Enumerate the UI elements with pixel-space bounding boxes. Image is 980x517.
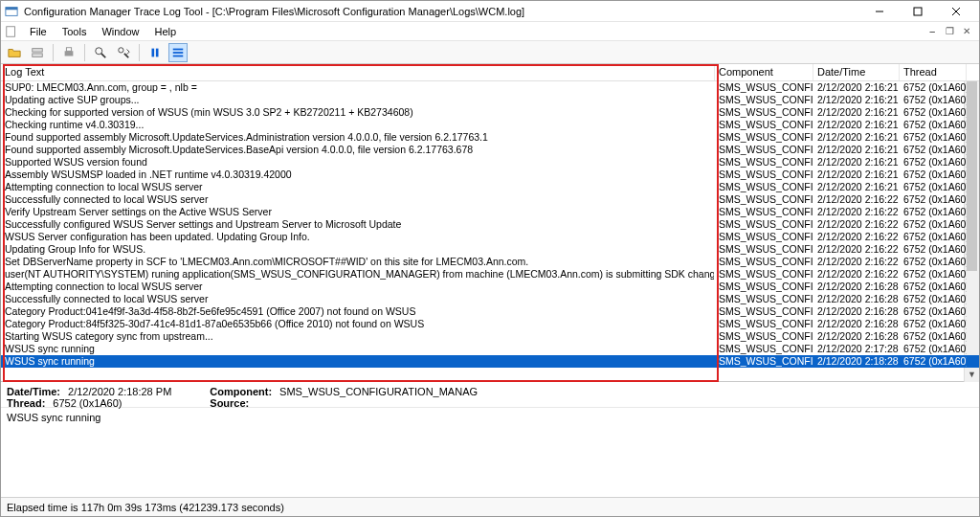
- mdi-close-button[interactable]: ✕: [960, 24, 973, 37]
- log-row[interactable]: Found supported assembly Microsoft.Updat…: [1, 131, 979, 144]
- doc-icon: [5, 25, 18, 38]
- log-row[interactable]: Category Product:041e4f9f-3a3d-4f58-8b2f…: [1, 305, 979, 318]
- detail-datetime: 2/12/2020 2:18:28 PM: [68, 386, 171, 397]
- datetime-cell: 2/12/2020 2:16:28 PM: [813, 318, 900, 330]
- close-button[interactable]: [937, 1, 975, 22]
- minimize-button[interactable]: [860, 1, 899, 22]
- title-bar: Configuration Manager Trace Log Tool - […: [1, 1, 979, 22]
- svg-rect-18: [173, 55, 184, 56]
- thread-cell: 6752 (0x1A60): [900, 181, 967, 193]
- grid-header: Log Text Component Date/Time Thread: [1, 64, 979, 81]
- thread-cell: 6752 (0x1A60): [900, 330, 967, 343]
- component-cell: SMS_WSUS_CONFIGURATIO: [715, 231, 813, 243]
- log-row[interactable]: Checking runtime v4.0.30319...SMS_WSUS_C…: [1, 119, 979, 131]
- mdi-controls: ‒ ❐ ✕: [925, 24, 973, 37]
- thread-cell: 6752 (0x1A60): [900, 193, 967, 206]
- open-file-icon[interactable]: [5, 43, 24, 62]
- thread-cell: 6752 (0x1A60): [900, 156, 967, 169]
- thread-cell: 6752 (0x1A60): [900, 81, 967, 94]
- component-cell: SMS_WSUS_CONFIGURATIO: [715, 131, 813, 144]
- component-cell: SMS_WSUS_CONFIGURATIO: [715, 169, 813, 181]
- log-text-cell: WSUS Server configuration has been updat…: [1, 231, 715, 243]
- log-row[interactable]: Checking for supported version of WSUS (…: [1, 106, 979, 119]
- svg-rect-10: [66, 47, 71, 51]
- status-bar: Elapsed time is 117h 0m 39s 173ms (42123…: [1, 497, 979, 516]
- grid-body[interactable]: SUP0: LMECM03.Ann.com, group = , nlb =SM…: [1, 81, 979, 380]
- thread-cell: 6752 (0x1A60): [900, 218, 967, 231]
- log-row[interactable]: Found supported assembly Microsoft.Updat…: [1, 144, 979, 156]
- log-row[interactable]: Attempting connection to local WSUS serv…: [1, 281, 979, 293]
- datetime-cell: 2/12/2020 2:16:28 PM: [813, 293, 900, 305]
- detail-thread: 6752 (0x1A60): [53, 397, 122, 409]
- component-cell: SMS_WSUS_CONFIGURATIO: [715, 256, 813, 268]
- log-row[interactable]: Updating Group Info for WSUS.SMS_WSUS_CO…: [1, 243, 979, 256]
- window-title: Configuration Manager Trace Log Tool - […: [24, 6, 860, 17]
- col-header-component[interactable]: Component: [715, 64, 813, 80]
- thread-cell: 6752 (0x1A60): [900, 106, 967, 119]
- component-cell: SMS_WSUS_CONFIGURATIO: [715, 106, 813, 119]
- svg-rect-7: [33, 48, 43, 52]
- datetime-cell: 2/12/2020 2:16:28 PM: [813, 305, 900, 318]
- log-row[interactable]: Supported WSUS version foundSMS_WSUS_CON…: [1, 156, 979, 169]
- log-row[interactable]: Category Product:84f5f325-30d7-41c4-81d1…: [1, 318, 979, 330]
- pause-icon[interactable]: [145, 43, 165, 62]
- thread-cell: 6752 (0x1A60): [900, 343, 967, 355]
- print-icon[interactable]: [59, 43, 78, 62]
- log-row[interactable]: Assembly WSUSMSP loaded in .NET runtime …: [1, 169, 979, 181]
- find-next-icon[interactable]: [114, 43, 133, 62]
- datetime-cell: 2/12/2020 2:16:28 PM: [813, 281, 900, 293]
- col-header-thread[interactable]: Thread: [900, 64, 967, 80]
- log-text-cell: WSUS sync running: [1, 355, 715, 368]
- log-text-cell: SUP0: LMECM03.Ann.com, group = , nlb =: [1, 81, 715, 94]
- find-icon[interactable]: [91, 43, 110, 62]
- log-row[interactable]: Attempting connection to local WSUS serv…: [1, 181, 979, 193]
- datetime-cell: 2/12/2020 2:16:21 PM: [813, 119, 900, 131]
- log-text-cell: Verify Upstream Server settings on the A…: [1, 206, 715, 218]
- menu-bar: File Tools Window Help: [1, 22, 979, 41]
- log-row[interactable]: Verify Upstream Server settings on the A…: [1, 206, 979, 218]
- log-text-cell: Checking runtime v4.0.30319...: [1, 119, 715, 131]
- datetime-cell: 2/12/2020 2:16:22 PM: [813, 206, 900, 218]
- log-text-cell: Successfully connected to local WSUS ser…: [1, 293, 715, 305]
- detail-thread-label: Thread:: [7, 397, 45, 409]
- log-row[interactable]: Successfully configured WSUS Server sett…: [1, 218, 979, 231]
- log-row[interactable]: Updating active SUP groups...SMS_WSUS_CO…: [1, 94, 979, 106]
- log-row[interactable]: SUP0: LMECM03.Ann.com, group = , nlb =SM…: [1, 81, 979, 94]
- svg-rect-14: [152, 48, 155, 56]
- component-cell: SMS_WSUS_CONFIGURATIO: [715, 119, 813, 131]
- svg-rect-17: [173, 52, 184, 54]
- mdi-restore-button[interactable]: ❐: [943, 24, 956, 37]
- thread-cell: 6752 (0x1A60): [900, 256, 967, 268]
- detail-pane: Date/Time:2/12/2020 2:18:28 PM Thread:67…: [1, 381, 979, 407]
- datetime-cell: 2/12/2020 2:16:22 PM: [813, 243, 900, 256]
- highlight-icon[interactable]: [168, 43, 188, 62]
- menu-file[interactable]: File: [22, 24, 55, 39]
- log-row[interactable]: WSUS sync runningSMS_WSUS_CONFIGURATIO2/…: [1, 343, 979, 355]
- thread-cell: 6752 (0x1A60): [900, 268, 967, 281]
- component-cell: SMS_WSUS_CONFIGURATIO: [715, 243, 813, 256]
- log-row[interactable]: Successfully connected to local WSUS ser…: [1, 293, 979, 305]
- log-row[interactable]: Successfully connected to local WSUS ser…: [1, 193, 979, 206]
- mdi-minimize-button[interactable]: ‒: [925, 24, 939, 37]
- col-header-datetime[interactable]: Date/Time: [813, 64, 900, 80]
- col-header-log[interactable]: Log Text: [1, 64, 715, 80]
- component-cell: SMS_WSUS_CONFIGURATIO: [715, 355, 813, 368]
- log-row[interactable]: Starting WSUS category sync from upstrea…: [1, 330, 979, 343]
- thread-cell: 6752 (0x1A60): [900, 281, 967, 293]
- log-row[interactable]: WSUS sync runningSMS_WSUS_CONFIGURATIO2/…: [1, 355, 979, 368]
- thread-cell: 6752 (0x1A60): [900, 355, 967, 368]
- log-row[interactable]: Set DBServerName property in SCF to 'LME…: [1, 256, 979, 268]
- menu-help[interactable]: Help: [147, 24, 185, 39]
- component-cell: SMS_WSUS_CONFIGURATIO: [715, 318, 813, 330]
- open-server-icon[interactable]: [28, 43, 47, 62]
- menu-window[interactable]: Window: [94, 24, 146, 39]
- detail-preview: WSUS sync running: [1, 407, 979, 495]
- thread-cell: 6752 (0x1A60): [900, 243, 967, 256]
- datetime-cell: 2/12/2020 2:16:21 PM: [813, 81, 900, 94]
- log-row[interactable]: WSUS Server configuration has been updat…: [1, 231, 979, 243]
- log-row[interactable]: user(NT AUTHORITY\SYSTEM) runing applica…: [1, 268, 979, 281]
- menu-tools[interactable]: Tools: [55, 24, 95, 39]
- toolbar-separator: [139, 44, 140, 61]
- thread-cell: 6752 (0x1A60): [900, 318, 967, 330]
- maximize-button[interactable]: [899, 1, 937, 22]
